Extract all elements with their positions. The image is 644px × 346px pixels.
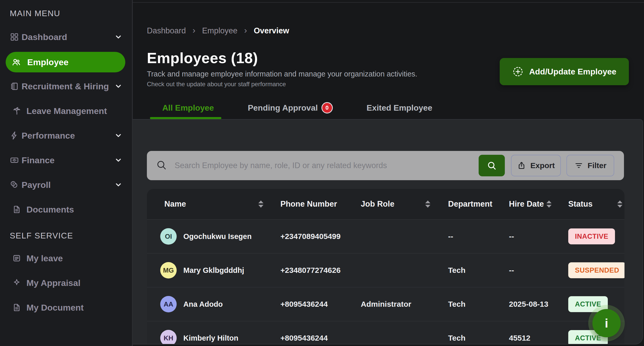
- add-update-employee-label: Add/Update Employee: [529, 67, 617, 76]
- note-icon: [12, 254, 21, 263]
- sidebar-item-label: Documents: [26, 205, 74, 215]
- sidebar-item-performance[interactable]: Performance: [0, 123, 132, 148]
- sidebar-item-label: My Document: [26, 303, 84, 313]
- info-icon: i: [605, 316, 608, 330]
- avatar: AA: [160, 296, 177, 312]
- sort-arrows-icon[interactable]: [546, 200, 552, 208]
- chevron-down-icon: [114, 33, 123, 41]
- employee-name: Mary Gklbgdddhj: [183, 266, 244, 275]
- page-subtitle: Track and manage employee information an…: [147, 70, 417, 78]
- phone-cell: +8095436244: [280, 334, 361, 342]
- add-update-employee-button[interactable]: Add/Update Employee: [500, 58, 629, 85]
- info-fab-button[interactable]: i: [592, 309, 621, 337]
- column-header-name[interactable]: Name: [147, 199, 280, 209]
- top-border-line: [133, 2, 644, 3]
- sidebar-item-label: Leave Management: [26, 106, 107, 116]
- status-badge: SUSPENDED: [568, 262, 624, 278]
- sidebar: MAIN MENU Dashboard Employee Recruitment…: [0, 0, 132, 346]
- column-header-job-role[interactable]: Job Role: [361, 199, 448, 209]
- sidebar-item-my-leave[interactable]: My leave: [0, 246, 132, 271]
- export-label: Export: [530, 161, 555, 170]
- coins-icon: [10, 180, 19, 189]
- sidebar-item-label: Finance: [22, 155, 54, 165]
- tab-exited-employee[interactable]: Exited Employee: [367, 103, 432, 113]
- employee-name-cell: OI Ogochukwu Isegen: [147, 228, 280, 245]
- lightning-icon: [10, 131, 19, 140]
- status-cell: INACTIVE: [568, 228, 624, 244]
- table-row[interactable]: MG Mary Gklbgdddhj +2348077274626 Tech -…: [147, 253, 624, 287]
- sidebar-item-dashboard[interactable]: Dashboard: [0, 25, 132, 49]
- hire-date-cell: 2025-08-13: [509, 300, 568, 309]
- department-cell: Tech: [448, 266, 509, 275]
- sidebar-section-main-menu: MAIN MENU: [0, 9, 132, 25]
- phone-cell: +8095436244: [280, 300, 361, 309]
- sidebar-item-my-document[interactable]: My Document: [0, 295, 132, 320]
- search-icon: [156, 160, 167, 171]
- sidebar-item-finance[interactable]: Finance: [0, 148, 132, 172]
- sidebar-item-payroll[interactable]: Payroll: [0, 172, 132, 197]
- sort-arrows-icon[interactable]: [258, 200, 263, 208]
- sidebar-item-recruitment-hiring[interactable]: Recruitment & Hiring: [0, 74, 132, 99]
- banknote-icon: [10, 156, 19, 165]
- palm-tree-icon: [12, 106, 21, 116]
- tab-all-employee[interactable]: All Employee: [162, 103, 214, 113]
- status-cell: SUSPENDED: [568, 262, 624, 278]
- dashboard-grid-icon: [10, 32, 19, 42]
- plus-dashed-circle-icon: [512, 66, 524, 77]
- filter-button[interactable]: Filter: [566, 155, 614, 176]
- table-row[interactable]: KH Kimberly Hilton +8095436244 Tech 4551…: [147, 321, 624, 344]
- chevron-down-icon: [114, 82, 123, 91]
- hire-date-cell: --: [509, 232, 568, 241]
- job-role-cell: Administrator: [361, 300, 448, 309]
- column-header-department: Department: [448, 199, 509, 209]
- hire-date-cell: --: [509, 266, 568, 275]
- employee-name-cell: KH Kimberly Hilton: [147, 330, 280, 344]
- sort-arrows-icon[interactable]: [617, 200, 622, 208]
- chevron-down-icon: [114, 180, 123, 189]
- hire-date-cell: 45512: [509, 334, 568, 342]
- sidebar-item-my-appraisal[interactable]: My Appraisal: [0, 271, 132, 295]
- status-badge: INACTIVE: [568, 228, 615, 244]
- page-note: Check out the update about your staff pe…: [147, 81, 286, 88]
- breadcrumb-separator-icon: ›: [193, 25, 195, 35]
- page-title: Employees (18): [147, 49, 258, 66]
- filter-label: Filter: [588, 161, 606, 170]
- filter-icon: [574, 161, 583, 170]
- breadcrumb-separator-icon: ›: [244, 25, 247, 35]
- search-bar: Export Filter: [147, 151, 624, 180]
- department-cell: --: [448, 232, 509, 241]
- search-submit-button[interactable]: [479, 155, 505, 176]
- chevron-down-icon: [114, 131, 123, 140]
- tab-pending-approval[interactable]: Pending Approval 0: [248, 102, 333, 113]
- department-cell: Tech: [448, 300, 509, 309]
- employee-name-cell: AA Ana Adodo: [147, 296, 280, 312]
- table-header-row: Name Phone Number Job Role Department Hi…: [147, 189, 624, 219]
- table-row[interactable]: AA Ana Adodo +8095436244 Administrator T…: [147, 287, 624, 321]
- column-header-phone: Phone Number: [280, 199, 361, 209]
- employee-name: Kimberly Hilton: [183, 334, 238, 342]
- tab-label: Pending Approval: [248, 103, 318, 113]
- sparkle-icon: [12, 278, 21, 287]
- active-tab-underline: [150, 117, 221, 119]
- sidebar-item-employee[interactable]: Employee: [6, 52, 125, 72]
- sidebar-item-label: Dashboard: [22, 32, 67, 42]
- sort-arrows-icon[interactable]: [425, 200, 430, 208]
- sidebar-item-documents[interactable]: Documents: [0, 197, 132, 222]
- employee-table: Name Phone Number Job Role Department Hi…: [147, 189, 624, 344]
- table-row[interactable]: OI Ogochukwu Isegen +2347089405499 -- --…: [147, 219, 624, 253]
- export-upload-icon: [517, 161, 526, 170]
- employee-name-cell: MG Mary Gklbgdddhj: [147, 262, 280, 278]
- avatar: OI: [160, 228, 177, 245]
- document-icon: [12, 303, 21, 312]
- chevron-down-icon: [114, 156, 123, 165]
- column-header-hire-date[interactable]: Hire Date: [509, 199, 568, 209]
- column-header-status[interactable]: Status: [568, 199, 624, 209]
- breadcrumb-employee[interactable]: Employee: [202, 26, 238, 35]
- phone-cell: +2347089405499: [280, 232, 361, 241]
- document-icon: [12, 205, 21, 214]
- sidebar-item-label: My Appraisal: [26, 278, 80, 288]
- sidebar-item-leave-management[interactable]: Leave Management: [0, 99, 132, 123]
- search-input[interactable]: [174, 161, 479, 170]
- breadcrumb-dashboard[interactable]: Dashboard: [147, 26, 186, 35]
- export-button[interactable]: Export: [511, 155, 561, 176]
